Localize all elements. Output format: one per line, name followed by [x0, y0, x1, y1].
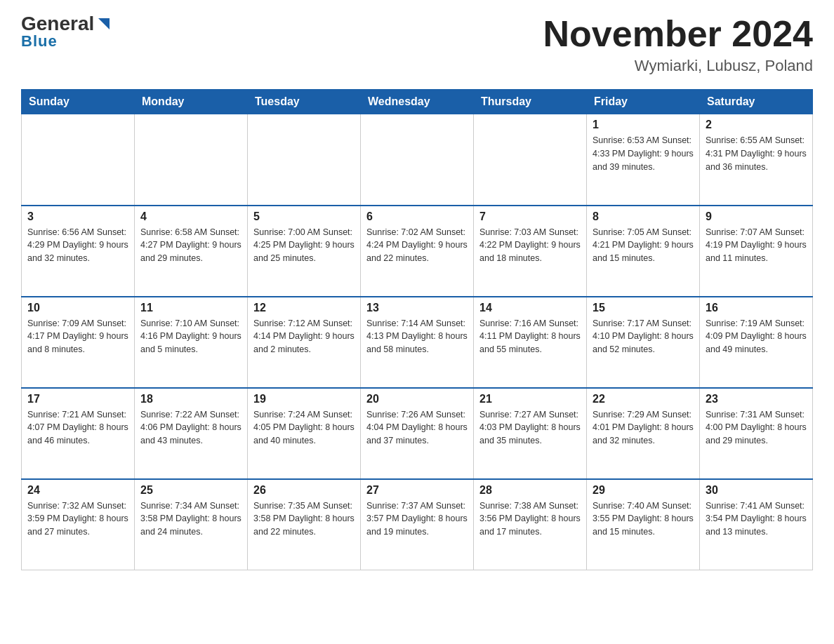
day-info: Sunrise: 7:29 AM Sunset: 4:01 PM Dayligh… [593, 408, 694, 448]
table-row: 14Sunrise: 7:16 AM Sunset: 4:11 PM Dayli… [474, 297, 587, 388]
day-info: Sunrise: 7:12 AM Sunset: 4:14 PM Dayligh… [253, 317, 355, 356]
day-info: Sunrise: 7:03 AM Sunset: 4:22 PM Dayligh… [479, 226, 581, 265]
day-number: 25 [140, 484, 241, 497]
day-info: Sunrise: 7:10 AM Sunset: 4:16 PM Dayligh… [140, 317, 241, 356]
calendar-subtitle: Wymiarki, Lubusz, Poland [543, 57, 813, 75]
table-row: 2Sunrise: 6:55 AM Sunset: 4:31 PM Daylig… [700, 114, 813, 206]
day-number: 9 [706, 210, 807, 223]
title-block: November 2024 Wymiarki, Lubusz, Poland [543, 14, 813, 75]
day-info: Sunrise: 7:26 AM Sunset: 4:04 PM Dayligh… [366, 408, 468, 448]
day-number: 16 [706, 302, 807, 314]
table-row: 16Sunrise: 7:19 AM Sunset: 4:09 PM Dayli… [700, 297, 813, 388]
table-row [22, 114, 135, 206]
logo-blue: Blue [21, 32, 58, 51]
table-row: 24Sunrise: 7:32 AM Sunset: 3:59 PM Dayli… [22, 479, 135, 570]
table-row: 25Sunrise: 7:34 AM Sunset: 3:58 PM Dayli… [135, 479, 248, 570]
table-row: 6Sunrise: 7:02 AM Sunset: 4:24 PM Daylig… [361, 206, 474, 297]
table-row [248, 114, 361, 206]
day-number: 23 [706, 393, 807, 405]
day-number: 7 [479, 210, 581, 223]
day-info: Sunrise: 7:19 AM Sunset: 4:09 PM Dayligh… [706, 317, 807, 356]
day-info: Sunrise: 7:09 AM Sunset: 4:17 PM Dayligh… [27, 317, 128, 356]
day-number: 22 [593, 393, 694, 405]
table-row: 10Sunrise: 7:09 AM Sunset: 4:17 PM Dayli… [22, 297, 135, 388]
day-info: Sunrise: 7:22 AM Sunset: 4:06 PM Dayligh… [140, 408, 241, 448]
logo: General Blue [21, 14, 111, 51]
day-number: 12 [253, 302, 355, 314]
day-info: Sunrise: 7:02 AM Sunset: 4:24 PM Dayligh… [366, 226, 468, 265]
col-friday: Friday [587, 90, 700, 114]
logo-general: General [21, 14, 94, 34]
col-sunday: Sunday [22, 90, 135, 114]
day-number: 6 [366, 210, 468, 223]
day-number: 19 [253, 393, 355, 405]
table-row [474, 114, 587, 206]
calendar-week-row: 10Sunrise: 7:09 AM Sunset: 4:17 PM Dayli… [22, 297, 813, 388]
day-info: Sunrise: 6:55 AM Sunset: 4:31 PM Dayligh… [706, 134, 807, 173]
page-header: General Blue November 2024 Wymiarki, Lub… [21, 14, 813, 75]
day-number: 8 [593, 210, 694, 223]
table-row: 21Sunrise: 7:27 AM Sunset: 4:03 PM Dayli… [474, 388, 587, 479]
day-number: 11 [140, 302, 241, 314]
day-info: Sunrise: 7:17 AM Sunset: 4:10 PM Dayligh… [593, 317, 694, 356]
day-info: Sunrise: 7:00 AM Sunset: 4:25 PM Dayligh… [253, 226, 355, 265]
day-number: 17 [27, 393, 128, 405]
day-number: 30 [706, 484, 807, 497]
table-row: 20Sunrise: 7:26 AM Sunset: 4:04 PM Dayli… [361, 388, 474, 479]
day-number: 20 [366, 393, 468, 405]
table-row: 27Sunrise: 7:37 AM Sunset: 3:57 PM Dayli… [361, 479, 474, 570]
table-row: 30Sunrise: 7:41 AM Sunset: 3:54 PM Dayli… [700, 479, 813, 570]
table-row: 1Sunrise: 6:53 AM Sunset: 4:33 PM Daylig… [587, 114, 700, 206]
table-row: 4Sunrise: 6:58 AM Sunset: 4:27 PM Daylig… [135, 206, 248, 297]
calendar-week-row: 1Sunrise: 6:53 AM Sunset: 4:33 PM Daylig… [22, 114, 813, 206]
table-row: 18Sunrise: 7:22 AM Sunset: 4:06 PM Dayli… [135, 388, 248, 479]
calendar-week-row: 24Sunrise: 7:32 AM Sunset: 3:59 PM Dayli… [22, 479, 813, 570]
day-info: Sunrise: 7:41 AM Sunset: 3:54 PM Dayligh… [706, 499, 807, 539]
day-info: Sunrise: 7:14 AM Sunset: 4:13 PM Dayligh… [366, 317, 468, 356]
day-info: Sunrise: 7:07 AM Sunset: 4:19 PM Dayligh… [706, 226, 807, 265]
day-info: Sunrise: 7:27 AM Sunset: 4:03 PM Dayligh… [479, 408, 581, 448]
table-row: 9Sunrise: 7:07 AM Sunset: 4:19 PM Daylig… [700, 206, 813, 297]
day-info: Sunrise: 7:16 AM Sunset: 4:11 PM Dayligh… [479, 317, 581, 356]
table-row: 22Sunrise: 7:29 AM Sunset: 4:01 PM Dayli… [587, 388, 700, 479]
calendar-week-row: 17Sunrise: 7:21 AM Sunset: 4:07 PM Dayli… [22, 388, 813, 479]
day-number: 14 [479, 302, 581, 314]
table-row: 15Sunrise: 7:17 AM Sunset: 4:10 PM Dayli… [587, 297, 700, 388]
day-number: 13 [366, 302, 468, 314]
table-row [361, 114, 474, 206]
col-thursday: Thursday [474, 90, 587, 114]
day-number: 3 [27, 210, 128, 223]
day-number: 18 [140, 393, 241, 405]
day-info: Sunrise: 7:37 AM Sunset: 3:57 PM Dayligh… [366, 499, 468, 539]
col-tuesday: Tuesday [248, 90, 361, 114]
table-row: 11Sunrise: 7:10 AM Sunset: 4:16 PM Dayli… [135, 297, 248, 388]
day-info: Sunrise: 7:24 AM Sunset: 4:05 PM Dayligh… [253, 408, 355, 448]
table-row: 29Sunrise: 7:40 AM Sunset: 3:55 PM Dayli… [587, 479, 700, 570]
col-saturday: Saturday [700, 90, 813, 114]
day-info: Sunrise: 7:05 AM Sunset: 4:21 PM Dayligh… [593, 226, 694, 265]
table-row: 8Sunrise: 7:05 AM Sunset: 4:21 PM Daylig… [587, 206, 700, 297]
day-info: Sunrise: 7:21 AM Sunset: 4:07 PM Dayligh… [27, 408, 128, 448]
table-row: 19Sunrise: 7:24 AM Sunset: 4:05 PM Dayli… [248, 388, 361, 479]
table-row: 28Sunrise: 7:38 AM Sunset: 3:56 PM Dayli… [474, 479, 587, 570]
day-number: 15 [593, 302, 694, 314]
day-number: 2 [706, 119, 807, 131]
table-row: 17Sunrise: 7:21 AM Sunset: 4:07 PM Dayli… [22, 388, 135, 479]
day-number: 1 [593, 119, 694, 131]
table-row: 23Sunrise: 7:31 AM Sunset: 4:00 PM Dayli… [700, 388, 813, 479]
day-info: Sunrise: 7:34 AM Sunset: 3:58 PM Dayligh… [140, 499, 241, 539]
day-info: Sunrise: 7:38 AM Sunset: 3:56 PM Dayligh… [479, 499, 581, 539]
day-number: 26 [253, 484, 355, 497]
day-number: 27 [366, 484, 468, 497]
day-number: 4 [140, 210, 241, 223]
table-row: 26Sunrise: 7:35 AM Sunset: 3:58 PM Dayli… [248, 479, 361, 570]
day-info: Sunrise: 7:31 AM Sunset: 4:00 PM Dayligh… [706, 408, 807, 448]
day-number: 24 [27, 484, 128, 497]
day-number: 21 [479, 393, 581, 405]
calendar-table: Sunday Monday Tuesday Wednesday Thursday… [21, 89, 813, 570]
day-number: 5 [253, 210, 355, 223]
table-row: 5Sunrise: 7:00 AM Sunset: 4:25 PM Daylig… [248, 206, 361, 297]
col-wednesday: Wednesday [361, 90, 474, 114]
table-row: 3Sunrise: 6:56 AM Sunset: 4:29 PM Daylig… [22, 206, 135, 297]
day-info: Sunrise: 6:53 AM Sunset: 4:33 PM Dayligh… [593, 134, 694, 173]
